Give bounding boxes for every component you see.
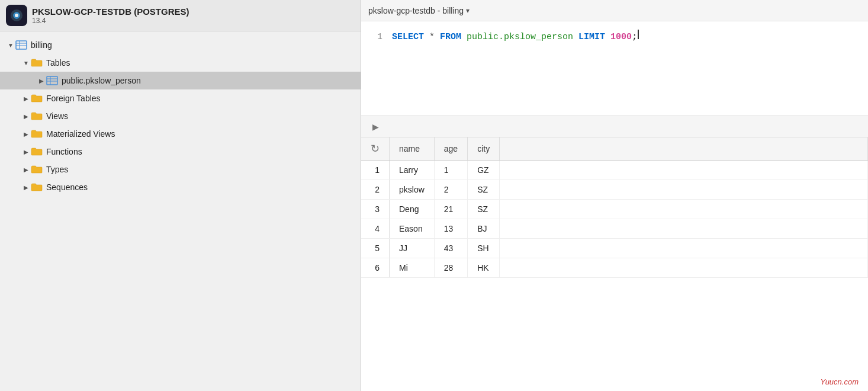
cell-age: 2 xyxy=(434,180,467,200)
row-number: 2 xyxy=(361,180,390,200)
query-header: pkslow-gcp-testdb - billing ▾ xyxy=(361,0,868,21)
results-header-row: ↻ name age city xyxy=(361,137,868,161)
refresh-icon-cell[interactable]: ↻ xyxy=(361,137,390,161)
row-number: 4 xyxy=(361,219,390,239)
folder-icon xyxy=(31,147,43,156)
col-header-age: age xyxy=(434,137,467,161)
sidebar-item-views[interactable]: Views xyxy=(0,107,361,125)
cell-age: 13 xyxy=(434,219,467,239)
cell-age: 1 xyxy=(434,161,467,180)
db-selector-label: pkslow-gcp-testdb - billing xyxy=(368,6,464,15)
sidebar: PKSLOW-GCP-TESTDB (POSTGRES) 13.4 billin… xyxy=(0,0,361,391)
cell-name: Larry xyxy=(390,161,435,180)
row-number: 3 xyxy=(361,200,390,219)
col-header-name: name xyxy=(390,137,435,161)
db-selector[interactable]: pkslow-gcp-testdb - billing ▾ xyxy=(368,6,470,15)
results-tbody: 1 Larry 1 GZ 2 pkslow 2 SZ 3 Deng 21 SZ … xyxy=(361,161,868,278)
watermark: Yuucn.com xyxy=(820,377,859,386)
cell-city: HK xyxy=(468,258,500,278)
folder-icon xyxy=(31,165,43,174)
cell-name: pkslow xyxy=(390,180,435,200)
cell-name: Mi xyxy=(390,258,435,278)
cell-extra xyxy=(500,180,868,200)
code-schema: public. xyxy=(461,32,504,42)
chevron-right-icon xyxy=(21,129,31,139)
sidebar-header: PKSLOW-GCP-TESTDB (POSTGRES) 13.4 xyxy=(0,0,361,31)
chevron-right-icon xyxy=(37,76,46,85)
functions-label: Functions xyxy=(46,147,82,156)
types-label: Types xyxy=(46,165,68,174)
tables-label: Tables xyxy=(46,58,70,68)
folder-icon xyxy=(31,182,43,192)
results-area[interactable]: ↻ name age city 1 Larry 1 GZ 2 pkslow 2 … xyxy=(361,137,868,391)
sidebar-item-sequences[interactable]: Sequences xyxy=(0,178,361,196)
cell-extra xyxy=(500,258,868,278)
dropdown-arrow-icon: ▾ xyxy=(466,7,470,15)
pkslow-person-label: public.pkslow_person xyxy=(62,76,141,85)
sidebar-item-tables[interactable]: Tables xyxy=(0,54,361,72)
cell-extra xyxy=(500,219,868,239)
code-table: pkslow_person xyxy=(504,32,573,42)
chevron-down-icon xyxy=(6,40,15,50)
table-row: 6 Mi 28 HK xyxy=(361,258,868,278)
cell-extra xyxy=(500,161,868,180)
editor-line-1: 1 SELECT * FROM public. pkslow_person LI… xyxy=(361,28,868,43)
cell-city: GZ xyxy=(468,161,500,180)
sidebar-item-pkslow-person[interactable]: public.pkslow_person xyxy=(0,72,361,89)
sidebar-item-functions[interactable]: Functions xyxy=(0,143,361,161)
editor-cursor xyxy=(638,30,639,39)
sidebar-item-foreign-tables[interactable]: Foreign Tables xyxy=(0,89,361,107)
line-number: 1 xyxy=(368,32,382,41)
cell-age: 28 xyxy=(434,258,467,278)
folder-icon xyxy=(31,58,43,68)
folder-icon xyxy=(31,129,43,139)
cell-city: SH xyxy=(468,239,500,258)
header-text: PKSLOW-GCP-TESTDB (POSTGRES) 13.4 xyxy=(32,7,189,25)
chevron-right-icon xyxy=(21,94,31,103)
col-header-city: city xyxy=(468,137,500,161)
table-row: 2 pkslow 2 SZ xyxy=(361,180,868,200)
database-icon xyxy=(15,40,27,50)
table-row: 5 JJ 43 SH xyxy=(361,239,868,258)
cell-age: 43 xyxy=(434,239,467,258)
code-semicolon: ; xyxy=(632,32,637,42)
app-title: PKSLOW-GCP-TESTDB (POSTGRES) xyxy=(32,7,189,17)
table-icon xyxy=(46,76,58,85)
tree-area: billing Tables public.p xyxy=(0,31,361,201)
sidebar-item-types[interactable]: Types xyxy=(0,161,361,178)
cell-extra xyxy=(500,239,868,258)
editor-area[interactable]: 1 SELECT * FROM public. pkslow_person LI… xyxy=(361,21,868,116)
toolbar-row xyxy=(361,116,868,137)
materialized-views-label: Materialized Views xyxy=(46,129,115,139)
table-row: 3 Deng 21 SZ xyxy=(361,200,868,219)
chevron-right-icon xyxy=(21,111,31,121)
app-icon xyxy=(6,5,27,26)
row-number: 1 xyxy=(361,161,390,180)
folder-icon xyxy=(31,94,43,103)
chevron-right-icon xyxy=(21,165,31,174)
svg-point-1 xyxy=(15,14,18,17)
code-limit: LIMIT xyxy=(573,32,610,42)
run-button[interactable] xyxy=(368,120,382,134)
cell-name: Deng xyxy=(390,200,435,219)
sequences-label: Sequences xyxy=(46,182,88,192)
svg-rect-2 xyxy=(16,41,27,49)
results-table: ↻ name age city 1 Larry 1 GZ 2 pkslow 2 … xyxy=(361,137,868,278)
cell-name: Eason xyxy=(390,219,435,239)
code-from: FROM xyxy=(440,32,461,42)
table-row: 1 Larry 1 GZ xyxy=(361,161,868,180)
sidebar-item-materialized-views[interactable]: Materialized Views xyxy=(0,125,361,143)
cell-age: 21 xyxy=(434,200,467,219)
row-number: 6 xyxy=(361,258,390,278)
cell-name: JJ xyxy=(390,239,435,258)
refresh-icon: ↻ xyxy=(371,143,380,155)
cell-city: SZ xyxy=(468,200,500,219)
sidebar-item-billing[interactable]: billing xyxy=(0,36,361,54)
chevron-right-icon xyxy=(21,182,31,192)
cell-city: BJ xyxy=(468,219,500,239)
folder-icon xyxy=(31,111,43,121)
code-select: SELECT xyxy=(392,32,424,42)
chevron-right-icon xyxy=(21,147,31,156)
svg-rect-6 xyxy=(47,76,57,85)
col-header-extra xyxy=(500,137,868,161)
